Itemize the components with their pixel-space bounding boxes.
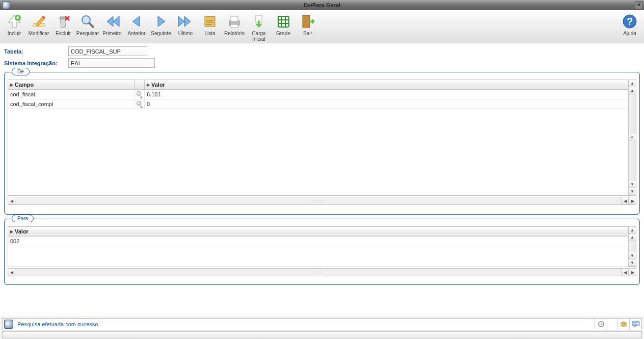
table-row[interactable]: cod_fiscal_compl 0: [8, 99, 628, 109]
primeiro-label: Primeiro: [102, 31, 121, 36]
de-table-body: cod_fiscal 6.101 cod_fiscal_compl 0: [8, 90, 628, 195]
sair-button[interactable]: Sair: [296, 11, 320, 42]
incluir-icon: [6, 13, 22, 30]
de-vertical-nav: ▲ ▲ ≡ ▼ ▼: [629, 80, 636, 196]
close-button[interactable]: ×: [635, 1, 643, 9]
modificar-button[interactable]: Modificar: [26, 11, 51, 42]
lista-icon: [202, 13, 218, 30]
para-header-valor[interactable]: ▶Valor: [8, 227, 628, 236]
de-cell-campo[interactable]: cod_fiscal: [8, 90, 135, 99]
zoom-icon: [137, 101, 142, 108]
scroll-left-button[interactable]: ◀: [8, 197, 15, 205]
de-cell-valor[interactable]: 0: [145, 99, 628, 109]
tabela-input[interactable]: [68, 46, 147, 56]
relatorio-icon: [226, 13, 243, 30]
zoom-icon: [137, 91, 142, 98]
toolbar: Incluir Modificar Excluir Pesquisar Prim…: [0, 10, 644, 43]
carga-inicial-button[interactable]: Carga Inicial: [247, 11, 271, 42]
pesquisar-button[interactable]: Pesquisar: [75, 11, 100, 42]
sair-icon: [300, 13, 316, 30]
table-row[interactable]: 002: [8, 237, 628, 246]
pesquisar-label: Pesquisar: [76, 31, 99, 36]
status-gear-button[interactable]: [595, 319, 607, 330]
para-horizontal-scroll: ◀ :::::: ◀ ▶: [8, 268, 636, 276]
incluir-button[interactable]: Incluir: [2, 11, 26, 42]
scroll-left-button[interactable]: ◀: [8, 268, 15, 276]
de-header-campo-text: Campo: [15, 82, 34, 88]
nav-handle[interactable]: ≡: [629, 134, 636, 141]
app-icon: [2, 1, 10, 9]
svg-rect-6: [231, 24, 238, 28]
status-app-icon: [4, 320, 13, 329]
para-table-body: 002: [8, 237, 628, 267]
pesquisar-icon: [79, 13, 96, 30]
status-divider: [607, 319, 617, 330]
ultimo-label: Último: [178, 31, 193, 36]
zoom-button[interactable]: [135, 99, 145, 109]
form-row-sistema: Sistema integração:: [4, 58, 640, 68]
svg-text:?: ?: [627, 16, 633, 27]
chat-icon: [632, 321, 640, 328]
group-de: De ▶Campo ▶Valor cod_fiscal 6.101 cod_fi…: [4, 72, 640, 215]
carga-inicial-label: Carga Inicial: [252, 31, 265, 42]
primeiro-button[interactable]: Primeiro: [100, 11, 124, 42]
de-cell-valor[interactable]: 6.101: [145, 90, 628, 99]
status-chat-button[interactable]: [629, 319, 641, 330]
scroll-track[interactable]: ::::::: [15, 268, 621, 276]
scroll-right-button[interactable]: ▶: [629, 197, 636, 205]
scroll-right-end-button[interactable]: ◀: [621, 197, 629, 205]
ajuda-button[interactable]: ? Ajuda: [618, 11, 642, 42]
scroll-right-button[interactable]: ▶: [629, 268, 636, 276]
scroll-right-end-button[interactable]: ◀: [621, 268, 629, 276]
nav-down-button[interactable]: ▼: [629, 181, 636, 188]
ultimo-icon: [177, 13, 194, 30]
window-title: De/Para Geral: [304, 2, 340, 8]
scroll-track[interactable]: ::::::: [15, 197, 621, 205]
excluir-label: Excluir: [56, 31, 71, 36]
grade-icon: [275, 13, 291, 30]
lista-button[interactable]: Lista: [198, 11, 222, 42]
table-row[interactable]: cod_fiscal 6.101: [8, 90, 628, 99]
tabela-label: Tabela:: [4, 48, 68, 55]
group-para: Para ▶Valor 002 ▲ ▲ ▼ ▼ ◀: [4, 219, 640, 285]
nav-up-button[interactable]: ▲: [629, 87, 636, 94]
nav-last-button[interactable]: ▼: [629, 259, 636, 267]
lista-label: Lista: [204, 31, 215, 36]
modificar-icon: [31, 13, 47, 30]
sistema-label: Sistema integração:: [4, 60, 68, 66]
excluir-button[interactable]: Excluir: [51, 11, 75, 42]
svg-point-12: [600, 324, 602, 325]
de-header-zoom: [135, 80, 145, 89]
nav-last-button[interactable]: ▼: [629, 188, 636, 195]
de-cell-campo[interactable]: cod_fiscal_compl: [8, 99, 135, 109]
de-header-valor[interactable]: ▶Valor: [145, 80, 628, 89]
content-area: Tabela: Sistema integração: De ▶Campo ▶V…: [0, 43, 644, 316]
para-cell-valor[interactable]: 002: [8, 237, 628, 246]
sistema-input[interactable]: [68, 58, 155, 68]
nav-down-button[interactable]: ▼: [629, 252, 636, 259]
gear-icon: [598, 321, 605, 328]
form-row-tabela: Tabela:: [4, 46, 640, 56]
anterior-button[interactable]: Anterior: [124, 11, 149, 42]
svg-rect-13: [632, 321, 639, 326]
nav-up-button[interactable]: ▲: [629, 234, 636, 241]
nav-first-button[interactable]: ▲: [629, 227, 636, 234]
para-header-valor-text: Valor: [15, 228, 29, 234]
layers-icon: [620, 321, 628, 328]
grade-button[interactable]: Grade: [271, 11, 296, 42]
nav-first-button[interactable]: ▲: [629, 80, 636, 87]
incluir-label: Incluir: [8, 31, 21, 36]
modificar-label: Modificar: [29, 31, 49, 36]
relatorio-button[interactable]: Relatório: [222, 11, 247, 42]
status-layers-button[interactable]: [617, 319, 629, 330]
de-header-campo[interactable]: ▶Campo: [8, 80, 135, 89]
seguinte-button[interactable]: Seguinte: [149, 11, 173, 42]
anterior-icon: [128, 13, 145, 30]
grade-label: Grade: [276, 31, 290, 36]
status-bar: Pesquisa efetuada com sucesso.: [2, 318, 642, 330]
zoom-button[interactable]: [135, 90, 145, 99]
para-table: ▶Valor 002: [8, 226, 629, 267]
de-table: ▶Campo ▶Valor cod_fiscal 6.101 cod_fisca…: [8, 80, 629, 196]
ultimo-button[interactable]: Último: [173, 11, 198, 42]
de-table-header: ▶Campo ▶Valor: [8, 80, 628, 90]
